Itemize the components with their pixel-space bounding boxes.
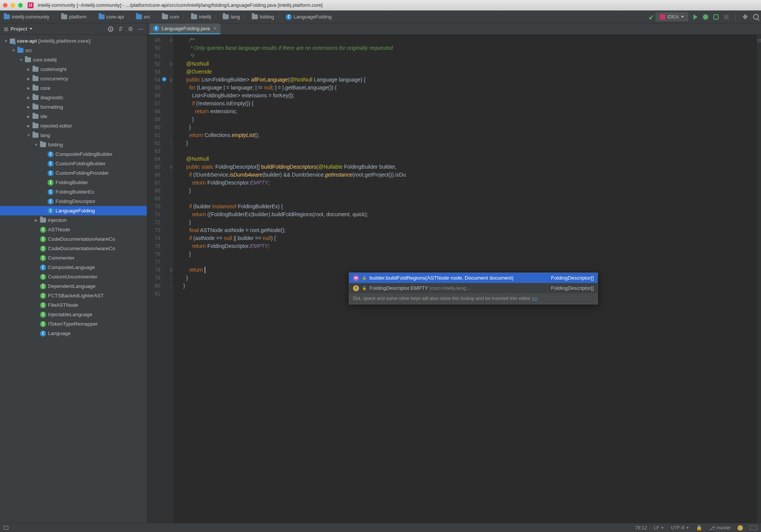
tree-item[interactable]: IASTNode bbox=[0, 225, 147, 234]
collapse-all-icon[interactable]: ⇵ bbox=[119, 26, 123, 32]
tab-language-folding[interactable]: C LanguageFolding.java × bbox=[149, 23, 220, 34]
run-icon[interactable] bbox=[693, 14, 698, 20]
folder-icon bbox=[40, 218, 46, 223]
coverage-icon[interactable] bbox=[713, 14, 719, 20]
tree-item[interactable]: IInjectableLanguage bbox=[0, 310, 147, 319]
tree-item-label: lang bbox=[40, 131, 50, 140]
breadcrumb-label: src bbox=[144, 14, 150, 20]
project-tree[interactable]: core-api[intellij.platform.core]srccom.i… bbox=[0, 35, 147, 523]
class-icon: C bbox=[48, 198, 54, 204]
tree-item[interactable]: injection bbox=[0, 215, 147, 225]
tree-item-label: FoldingBuilderEx bbox=[55, 187, 94, 197]
tree-item[interactable]: folding bbox=[0, 140, 147, 149]
tree-item[interactable]: injected.editor bbox=[0, 121, 147, 131]
tree-item[interactable]: CLanguageFolding bbox=[0, 206, 147, 215]
back-arrow-icon[interactable]: ↙ bbox=[649, 13, 654, 21]
editor-area: C LanguageFolding.java × 495051525354o↑5… bbox=[147, 23, 761, 523]
minimize-window-icon[interactable] bbox=[11, 3, 15, 8]
interface-icon: I bbox=[40, 302, 46, 308]
tree-item[interactable]: CLanguage bbox=[0, 329, 147, 338]
tree-item[interactable]: diagnostic bbox=[0, 93, 147, 102]
tree-item-label: CustomFoldingProvider bbox=[55, 168, 109, 178]
breadcrumb-item[interactable]: platform〉 bbox=[60, 13, 96, 21]
tree-item[interactable]: core bbox=[0, 83, 147, 93]
breadcrumb-item[interactable]: folding〉 bbox=[250, 13, 283, 21]
tree-item-label: injection bbox=[48, 215, 67, 225]
tree-item[interactable]: CFoldingBuilderEx bbox=[0, 187, 147, 197]
tree-item[interactable]: CCompositeFoldingBuilder bbox=[0, 149, 147, 159]
tree-item[interactable]: CCompositeLanguage bbox=[0, 263, 147, 272]
tree-item-label: FileASTNode bbox=[48, 300, 78, 310]
search-everywhere-icon[interactable] bbox=[753, 14, 759, 20]
breadcrumb-item[interactable]: core-api〉 bbox=[97, 13, 134, 21]
folder-icon bbox=[32, 123, 39, 128]
run-config-selector[interactable]: IDEA bbox=[656, 12, 688, 21]
class-icon: C bbox=[48, 161, 54, 167]
tree-item-label: core-api[intellij.platform.core] bbox=[17, 36, 91, 46]
tree-item-label: concurrency bbox=[40, 74, 68, 83]
vcs-update-icon[interactable] bbox=[743, 14, 748, 20]
breadcrumb-item[interactable]: CLanguageFolding bbox=[284, 13, 333, 21]
completion-hint-link[interactable]: >> bbox=[532, 296, 538, 301]
gear-icon[interactable]: ⚙ bbox=[128, 26, 133, 32]
tree-item[interactable]: ICommenter bbox=[0, 253, 147, 263]
interface-icon: I bbox=[40, 255, 46, 261]
stop-icon[interactable] bbox=[724, 15, 729, 19]
chevron-down-icon[interactable] bbox=[29, 28, 32, 30]
tree-item[interactable]: IITokenTypeRemapper bbox=[0, 319, 147, 329]
error-stripe[interactable]: ▯▯ bbox=[756, 35, 761, 523]
completion-item[interactable]: f🔓FoldingDescriptor.EMPTY (com.intellij.… bbox=[349, 283, 598, 293]
breadcrumb-item[interactable]: lang〉 bbox=[221, 13, 250, 21]
implements-gutter-icon[interactable]: ↑ bbox=[170, 77, 172, 85]
file-encoding[interactable]: UTF-8 ▼ bbox=[671, 525, 689, 530]
lock-icon: 🔓 bbox=[362, 284, 367, 292]
memory-indicator[interactable] bbox=[750, 526, 757, 530]
tree-item[interactable]: core-api[intellij.platform.core] bbox=[0, 36, 147, 46]
caret-position[interactable]: 78:12 bbox=[635, 525, 647, 530]
tree-item[interactable]: ide bbox=[0, 112, 147, 121]
tree-item[interactable]: IFoldingBuilder bbox=[0, 178, 147, 187]
tool-windows-icon[interactable] bbox=[4, 526, 8, 530]
tree-item[interactable]: IDependentLanguage bbox=[0, 281, 147, 291]
readonly-lock-icon[interactable]: 🔒 bbox=[696, 525, 702, 530]
completion-item[interactable]: m🔓builder.buildFoldRegions(ASTNode node,… bbox=[349, 273, 598, 283]
line-separator[interactable]: LF ▼ bbox=[654, 525, 664, 530]
fold-gutter[interactable]: ⊟⊟⊟⌙⊟⊟⌙⌙ bbox=[168, 35, 174, 523]
override-gutter-icon[interactable]: o bbox=[162, 77, 166, 81]
folder-icon bbox=[32, 67, 39, 72]
tree-item[interactable]: formatting bbox=[0, 102, 147, 112]
tree-item[interactable]: ICodeDocumentationAwareCo bbox=[0, 234, 147, 244]
tree-item[interactable]: codeInsight bbox=[0, 65, 147, 74]
tree-item[interactable]: concurrency bbox=[0, 74, 147, 83]
hide-icon[interactable]: — bbox=[138, 26, 143, 32]
close-tab-icon[interactable]: × bbox=[212, 25, 217, 31]
tree-item[interactable]: src bbox=[0, 46, 147, 55]
class-icon: C bbox=[40, 264, 46, 271]
breadcrumb-item[interactable]: com〉 bbox=[160, 13, 189, 21]
debug-icon[interactable] bbox=[703, 14, 708, 20]
close-window-icon[interactable] bbox=[3, 3, 8, 8]
git-branch[interactable]: ⎇ master bbox=[709, 525, 731, 531]
tree-item[interactable]: ICodeDocumentationAwareCo bbox=[0, 244, 147, 253]
breadcrumb-item[interactable]: src〉 bbox=[134, 13, 160, 21]
project-header-label[interactable]: Project bbox=[11, 26, 27, 32]
tree-item[interactable]: IFileASTNode bbox=[0, 300, 147, 310]
zoom-window-icon[interactable] bbox=[18, 3, 23, 8]
breadcrumb-item[interactable]: intellij-community〉 bbox=[2, 13, 59, 21]
tree-item[interactable]: CCustomFoldingBuilder bbox=[0, 159, 147, 168]
tree-item[interactable]: ICustomUncommenter bbox=[0, 272, 147, 281]
tree-item[interactable]: CFoldingDescriptor bbox=[0, 197, 147, 206]
tree-item-label: Commenter bbox=[48, 253, 75, 263]
folder-icon bbox=[17, 48, 23, 53]
interface-icon: I bbox=[40, 274, 46, 280]
tree-item[interactable]: CCustomFoldingProvider bbox=[0, 168, 147, 178]
tree-item[interactable]: IFCTSBackedLighterAST bbox=[0, 291, 147, 300]
completion-popup[interactable]: m🔓builder.buildFoldRegions(ASTNode node,… bbox=[349, 272, 598, 304]
breadcrumb-item[interactable]: intellij〉 bbox=[189, 13, 221, 21]
hector-icon[interactable] bbox=[738, 525, 743, 530]
code-editor[interactable]: 495051525354o↑55565758596061626364656667… bbox=[147, 35, 761, 523]
line-number-gutter[interactable]: 495051525354o↑55565758596061626364656667… bbox=[147, 35, 168, 523]
scroll-from-source-icon[interactable] bbox=[108, 26, 113, 32]
tree-item[interactable]: com.intellij bbox=[0, 55, 147, 65]
tree-item[interactable]: lang bbox=[0, 131, 147, 140]
